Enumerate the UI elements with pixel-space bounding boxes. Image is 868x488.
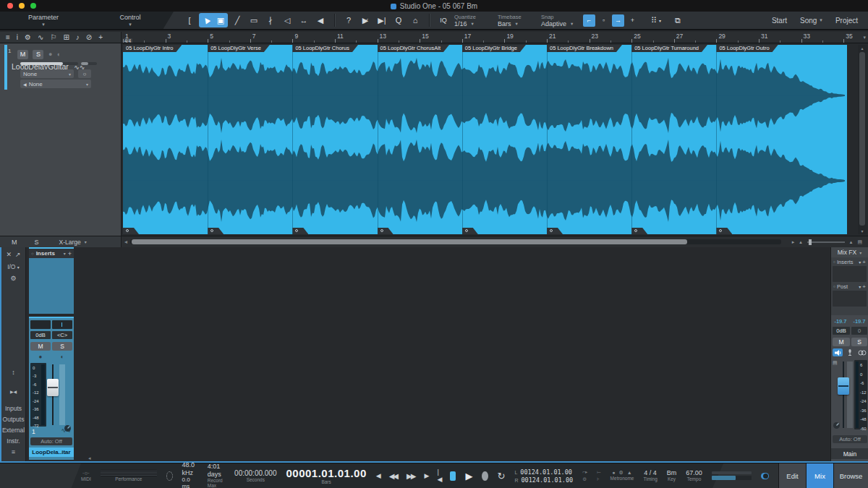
expand-icon[interactable]: ↗ <box>15 251 21 258</box>
insert-bypass-button[interactable]: ○ <box>78 69 91 78</box>
main-post-list[interactable] <box>833 291 867 307</box>
arrange-view[interactable]: 05 LoopDlyGtr Intro05 LoopDlyGtr Verse05… <box>122 43 868 236</box>
main-pan-readout[interactable]: 0 <box>851 327 867 335</box>
metronome-icon[interactable]: ▲ <box>627 470 632 476</box>
region-loop-tab[interactable] <box>123 228 139 234</box>
console-scroll-left-icon[interactable]: ◂ <box>88 455 91 461</box>
audio-event[interactable]: 05 LoopDlyGtr Intro05 LoopDlyGtr Verse05… <box>123 45 847 234</box>
loop-button[interactable]: ↻ <box>498 471 506 481</box>
metronome-controls[interactable]: ● ⚙ ▲ Metronome <box>610 470 634 481</box>
quantize-select[interactable]: Quantize 1/16 ▾ <box>454 14 490 27</box>
bend-tool-button[interactable]: ↔ <box>297 13 311 27</box>
banks-external-button[interactable]: External <box>1 427 25 434</box>
arrow-tool-button[interactable]: ▶ <box>199 13 213 27</box>
collapse-horizontal-icon[interactable]: ▶◀ <box>1 389 25 394</box>
insert-select[interactable]: None ▾ <box>20 69 74 78</box>
channel-record-arm-icon[interactable]: ● <box>30 353 51 360</box>
play-button[interactable]: ▶ <box>465 471 472 481</box>
layers-icon[interactable]: ⊞ <box>63 33 69 41</box>
banks-instr-button[interactable]: Instr. <box>1 437 25 445</box>
performance-meter[interactable]: Performance <box>101 470 157 481</box>
mic-icon[interactable] <box>845 348 855 356</box>
main-solo-button[interactable]: S <box>851 338 867 346</box>
snap-select[interactable]: Snap Adaptive ▾ <box>541 14 577 27</box>
main-post-header[interactable]: ○ Post ▾ + <box>831 282 868 291</box>
region-label-tab[interactable]: 05 LoopDlyGtr Intro <box>123 45 182 52</box>
plugin-rack-icon[interactable]: ⧉ <box>671 13 685 27</box>
add-insert-icon[interactable]: + <box>68 250 72 257</box>
click-setup-icon[interactable]: ⚙ <box>619 470 624 476</box>
main-fader-handle[interactable] <box>838 377 849 395</box>
gain-mini-slider[interactable] <box>30 320 51 329</box>
region-loop-tab[interactable] <box>547 228 563 234</box>
mix-view-button[interactable]: Mix <box>806 463 833 488</box>
channel-mute-button[interactable]: M <box>30 342 51 351</box>
region-label-tab[interactable]: 05 LoopDlyGtr Outro <box>716 45 778 52</box>
power-icon[interactable]: ○ <box>31 252 34 256</box>
marker-nav-icons[interactable]: ⟝⊦ <box>597 470 600 481</box>
scroll-up-icon[interactable]: ▴ <box>858 46 867 51</box>
io-select[interactable]: I/O ▾ <box>1 263 25 270</box>
collapse-vertical-icon[interactable]: ↕ <box>1 369 25 376</box>
monitor-icon[interactable]: ◐ <box>57 51 61 58</box>
track-height-select[interactable]: X-Large ▾ <box>59 239 87 246</box>
edit-view-button[interactable]: Edit <box>778 463 806 488</box>
precount-icon[interactable]: ● <box>612 470 615 476</box>
eraser-tool-button[interactable]: ▭ <box>247 13 261 27</box>
play-marker-icon[interactable]: ▶̷ <box>358 13 373 27</box>
song-page-button[interactable]: Song ▾ <box>800 17 822 25</box>
zoom-preset-icon[interactable]: ▤ <box>857 239 862 245</box>
dial-icon[interactable] <box>833 421 841 429</box>
banks-inputs-button[interactable]: Inputs <box>1 405 25 412</box>
mono-stereo-icon[interactable] <box>857 348 867 356</box>
channel-name-tab[interactable]: LoopDela..itar <box>29 448 74 457</box>
scroll-left-icon[interactable]: ◂ <box>124 239 127 245</box>
tempo-track-icon[interactable]: ⊘ <box>86 33 92 41</box>
loop-range-display[interactable]: L 00124.01.01.00 R 00124.01.01.00 <box>514 468 573 484</box>
autoscroll-button[interactable]: → <box>612 14 624 27</box>
main-inserts-list[interactable] <box>833 266 867 282</box>
split-tool-button[interactable]: ∤ <box>263 13 278 27</box>
key-display[interactable]: Bm Key <box>667 469 677 482</box>
project-page-button[interactable]: Project <box>835 17 858 25</box>
paint-tool-button[interactable]: ╱ <box>230 13 244 27</box>
listen-tool-button[interactable]: ◀ <box>313 13 328 27</box>
zoom-knob[interactable] <box>809 239 812 245</box>
region-loop-tab[interactable] <box>378 228 393 234</box>
speaker-select-icon[interactable] <box>833 348 843 356</box>
crosshair-button[interactable]: + <box>626 14 639 27</box>
mute-tool-button[interactable]: ◁ <box>280 13 294 27</box>
region-loop-tab[interactable] <box>631 228 647 234</box>
channel-automation-mode[interactable]: Auto: Off <box>30 437 72 445</box>
start-page-button[interactable]: Start <box>772 17 787 25</box>
zoom-in-icon[interactable]: ▴ <box>850 239 853 245</box>
zoom-out-icon[interactable]: ▴ <box>799 239 802 245</box>
ruler-options-icon[interactable]: ▾ <box>863 35 866 40</box>
timeline-ruler[interactable]: 4/4 ▾ 1357911131517192123252729313335 <box>122 32 868 43</box>
main-automation-mode[interactable]: Auto: Off <box>833 435 867 443</box>
marker-icon[interactable]: ⚐ <box>50 33 56 41</box>
channel-monitor-icon[interactable]: ◐ <box>52 353 72 360</box>
stop-button[interactable] <box>450 471 456 481</box>
cue-mix-select[interactable]: ◀ None ▾ <box>20 80 91 88</box>
region-loop-tab[interactable] <box>716 228 732 234</box>
rewind-button[interactable]: ◀◀ <box>389 472 397 480</box>
region-label-tab[interactable]: 05 LoopDlyGtr Bridge <box>462 45 526 52</box>
snap-toggle-button[interactable]: ⌐ <box>583 14 595 27</box>
region-loop-tab[interactable] <box>208 228 224 234</box>
record-button[interactable] <box>482 471 488 481</box>
return-to-start-button[interactable]: |◀ <box>437 468 441 483</box>
play-cursor-icon[interactable]: ▸ <box>792 239 795 245</box>
parameter-dropdown[interactable]: Parameter ▾ <box>0 12 87 29</box>
channel-fader-handle[interactable] <box>47 379 59 396</box>
menu-icon[interactable]: ≡ <box>6 33 10 41</box>
scroll-down-icon[interactable]: ▾ <box>858 228 867 234</box>
note-icon[interactable]: ♪ <box>76 33 80 41</box>
horizontal-scrollbar[interactable] <box>130 239 781 244</box>
region-label-tab[interactable]: 05 LoopDlyGtr Turnaround <box>631 45 707 52</box>
channel-solo-button[interactable]: S <box>52 342 72 351</box>
add-track-icon[interactable]: + <box>98 33 103 41</box>
inspector-icon[interactable]: i <box>17 33 18 41</box>
banks-outputs-button[interactable]: Outputs <box>1 416 25 423</box>
wrench-icon[interactable]: ⚙ <box>25 33 31 41</box>
